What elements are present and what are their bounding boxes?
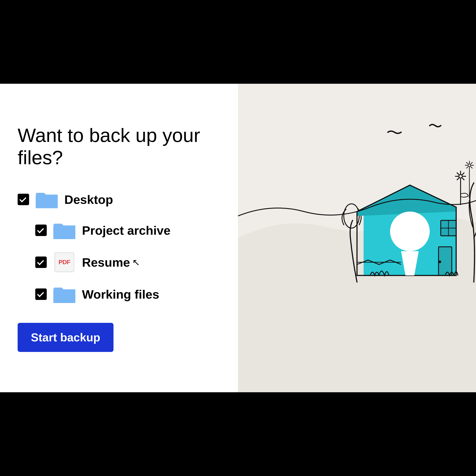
file-item-resume: PDF Resume ↖ (18, 246, 220, 279)
folder-icon-working-files (53, 285, 75, 303)
cursor-icon: ↖ (132, 257, 140, 268)
file-item-project-archive: Project archive (18, 215, 220, 246)
checkmark-working-files (37, 290, 44, 297)
right-panel (238, 84, 476, 392)
svg-point-9 (390, 212, 430, 251)
file-list: Desktop Project archive (18, 184, 220, 310)
svg-point-12 (439, 260, 441, 263)
checkbox-working-files[interactable] (35, 289, 47, 300)
start-backup-button[interactable]: Start backup (18, 323, 114, 352)
file-label-desktop: Desktop (64, 192, 113, 207)
checkbox-project-archive[interactable] (35, 224, 47, 236)
left-panel: Want to back up your files? Desktop (0, 84, 238, 392)
folder-icon-desktop (36, 191, 58, 208)
checkmark-resume (37, 258, 44, 265)
file-item-working-files: Working files (18, 279, 220, 310)
file-label-project-archive: Project archive (82, 223, 170, 238)
checkmark-project-archive (37, 226, 44, 233)
checkbox-resume[interactable] (35, 256, 47, 268)
screen: Want to back up your files? Desktop (0, 84, 476, 392)
illustration (238, 84, 476, 392)
file-label-working-files: Working files (82, 287, 159, 302)
checkmark-desktop (19, 196, 26, 203)
file-item-desktop: Desktop (18, 184, 220, 215)
folder-icon-project-archive (53, 221, 75, 239)
checkbox-desktop[interactable] (18, 194, 29, 205)
pdf-icon-resume: PDF (54, 252, 74, 272)
file-label-resume: Resume (82, 255, 130, 270)
page-heading: Want to back up your files? (18, 124, 220, 169)
